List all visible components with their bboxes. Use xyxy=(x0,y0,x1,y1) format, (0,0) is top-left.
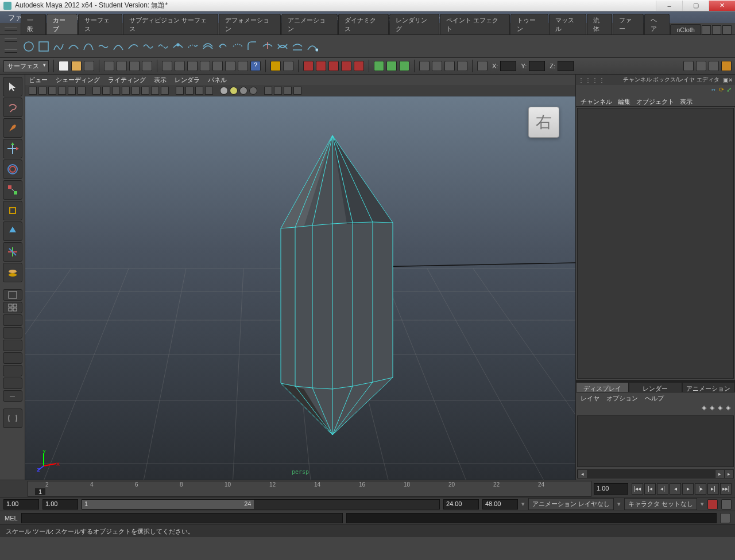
range-end-inner[interactable]: 24.00 xyxy=(443,499,479,510)
range-track[interactable]: 1 24 xyxy=(82,499,440,510)
step-back-button[interactable]: ◂| xyxy=(657,483,668,495)
construction2-icon[interactable] xyxy=(386,61,397,71)
channel-menu-編集[interactable]: 編集 xyxy=(618,98,630,104)
insert-knot-icon[interactable] xyxy=(172,41,184,52)
go-start-button[interactable]: |◂◂ xyxy=(632,483,643,495)
shelf-menu[interactable] xyxy=(722,25,732,34)
shelf-tab-マッスル[interactable]: マッスル xyxy=(549,14,586,34)
three-point-arc-icon[interactable] xyxy=(127,41,139,52)
crystal-object[interactable] xyxy=(281,135,393,435)
reverse-curve-icon[interactable] xyxy=(217,41,229,52)
manip-rotate-icon[interactable]: ⟳ xyxy=(719,86,724,94)
shelf-tab-ペイント エフェクト[interactable]: ペイント エフェクト xyxy=(440,14,510,34)
vp-light-sphere-3[interactable] xyxy=(239,87,247,95)
magnet2-icon[interactable] xyxy=(316,61,326,71)
vp-shade-7[interactable] xyxy=(151,87,159,95)
layer-tab-ディスプレイ[interactable]: ディスプレイ xyxy=(576,382,629,392)
construction-icon[interactable] xyxy=(374,61,384,71)
magnet1-icon[interactable] xyxy=(303,61,314,71)
vp-menu-ライティング[interactable]: ライティング xyxy=(108,76,146,84)
vp-tool-3[interactable] xyxy=(48,87,56,95)
select-component-icon[interactable] xyxy=(142,61,152,71)
vp-light-2[interactable] xyxy=(185,87,194,95)
scale-tool[interactable] xyxy=(3,180,22,200)
layer-menu-ヘルプ[interactable]: ヘルプ xyxy=(645,394,664,401)
circle-curve-icon[interactable] xyxy=(23,41,34,52)
shelf-tab-サーフェス[interactable]: サーフェス xyxy=(78,14,122,34)
make-live-icon[interactable] xyxy=(225,61,235,71)
time-end-field[interactable]: 1.00 xyxy=(594,483,628,495)
vp-shade-4[interactable] xyxy=(122,87,130,95)
center-pivot-icon[interactable] xyxy=(238,61,248,71)
soft-mod-tool[interactable] xyxy=(3,221,22,241)
render-icon[interactable] xyxy=(419,61,430,71)
vp-tool-4[interactable] xyxy=(58,87,66,95)
vp-xray-icon[interactable] xyxy=(274,87,282,95)
show-manip-tool[interactable] xyxy=(3,242,22,262)
persp-graph-icon[interactable] xyxy=(3,327,22,339)
coord-mode-icon[interactable] xyxy=(477,61,488,71)
lock-icon[interactable] xyxy=(270,61,281,71)
channel-menu-表示[interactable]: 表示 xyxy=(680,98,693,104)
vp-share-icon[interactable] xyxy=(293,87,301,95)
snap-curve-icon[interactable] xyxy=(175,61,185,71)
attach-curve-icon[interactable] xyxy=(142,41,154,52)
fillet-curve-icon[interactable] xyxy=(247,41,258,52)
time-ruler[interactable]: 1 24681012141618202224 xyxy=(28,481,591,497)
panel-grip-icon[interactable]: ⋮⋮⋮⋮ xyxy=(578,77,606,83)
maximize-button[interactable]: ▢ xyxy=(682,1,709,11)
vp-light-sphere-2[interactable] xyxy=(230,87,238,95)
tool-settings-icon[interactable] xyxy=(696,61,706,71)
add-to-layer-icon[interactable]: ◈ xyxy=(710,404,714,413)
shelf-tab-nCloth[interactable]: nCloth xyxy=(670,24,701,34)
last-tool[interactable] xyxy=(3,263,22,282)
play-forward-button[interactable]: ▸ xyxy=(682,483,694,495)
renderview-icon[interactable] xyxy=(444,61,455,71)
shelf-tab-一般[interactable]: 一般 xyxy=(21,14,46,34)
magnet3-icon[interactable] xyxy=(328,61,339,71)
snap-grid-icon[interactable] xyxy=(162,61,172,71)
bezier-icon[interactable] xyxy=(83,41,94,52)
close-button[interactable]: ✕ xyxy=(709,1,735,11)
shelf-scroll-left[interactable] xyxy=(702,25,711,34)
shelf-tab-ヘア[interactable]: ヘア xyxy=(644,14,670,34)
rebuild-curve-icon[interactable] xyxy=(232,41,243,52)
time-slider[interactable]: 1 24681012141618202224 1.00 |◂◂ |◂ ◂| ◂ … xyxy=(0,480,735,497)
viewport-3d[interactable]: 右 YXZ persp xyxy=(25,96,575,480)
custom-view3-icon[interactable] xyxy=(3,378,22,389)
delete-layer-icon[interactable]: ◈ xyxy=(726,404,730,413)
vp-tool-2[interactable] xyxy=(38,87,47,95)
range-start-outer[interactable]: 1.00 xyxy=(3,499,39,510)
help-icon[interactable]: ? xyxy=(250,61,261,71)
play-back-button[interactable]: ◂ xyxy=(670,483,681,495)
rotate-tool[interactable] xyxy=(3,160,22,179)
vp-menu-レンダラ[interactable]: レンダラ xyxy=(175,76,200,84)
vp-tool-5[interactable] xyxy=(68,87,76,95)
range-start-inner[interactable]: 1.00 xyxy=(42,499,78,510)
single-view-icon[interactable] xyxy=(3,289,22,301)
vp-shade-8[interactable] xyxy=(161,87,169,95)
hypershade-view-icon[interactable] xyxy=(3,340,22,351)
select-object-icon[interactable] xyxy=(129,61,140,71)
shelf-tab-ファー[interactable]: ファー xyxy=(613,14,644,34)
shelf-tab-流体[interactable]: 流体 xyxy=(587,14,612,34)
outliner-view-icon[interactable] xyxy=(3,314,22,326)
layer-scrollbar[interactable]: ◂▸▸ xyxy=(577,469,734,479)
pencil-curve-icon[interactable] xyxy=(98,41,109,52)
arc-icon[interactable] xyxy=(113,41,124,52)
project-curve-icon[interactable] xyxy=(292,41,303,52)
autokey-icon[interactable] xyxy=(707,499,718,510)
shelf-tab-レンダリング[interactable]: レンダリング xyxy=(389,14,439,34)
channel-menu-チャンネル[interactable]: チャンネル xyxy=(581,98,612,104)
attribute-editor-icon[interactable] xyxy=(683,61,694,71)
select-hierarchy-icon[interactable] xyxy=(117,61,127,71)
vp-menu-シェーディング[interactable]: シェーディング xyxy=(56,76,100,84)
cut-curve-icon[interactable] xyxy=(262,41,273,52)
history-icon[interactable] xyxy=(283,61,293,71)
layer-tab-レンダー[interactable]: レンダー xyxy=(629,382,682,392)
coord-y-input[interactable] xyxy=(529,61,545,71)
command-input[interactable] xyxy=(21,513,343,523)
layer-menu-レイヤ[interactable]: レイヤ xyxy=(581,394,599,401)
view-cube[interactable]: 右 xyxy=(528,107,559,138)
shelf-tab-デフォメーション[interactable]: デフォメーション xyxy=(219,14,281,34)
